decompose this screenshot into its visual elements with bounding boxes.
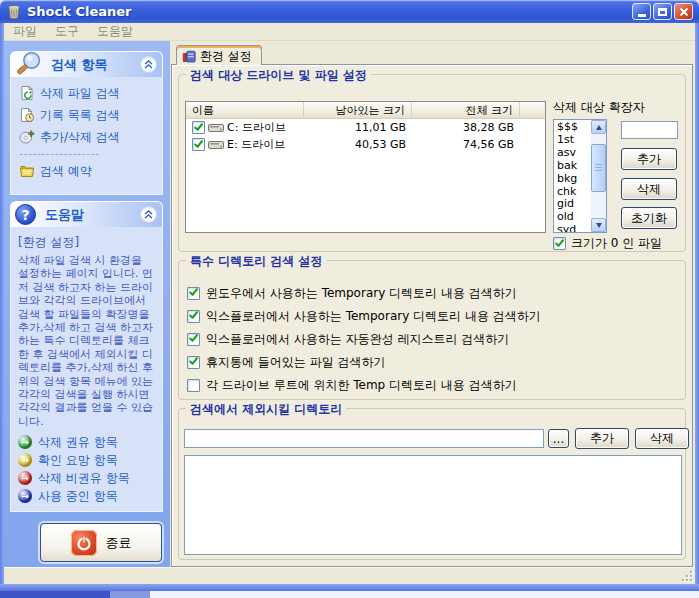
sidebar-item-history-list-search[interactable]: 기록 목록 검색 [13,104,160,126]
zero-size-checkbox-row[interactable]: 크기가 0 인 파일 [553,235,662,252]
maximize-button[interactable] [653,3,672,20]
scrollbar-thumb[interactable] [591,144,606,192]
exclude-group-title: 검색에서 제외시킬 디렉토리 [186,401,346,418]
scroll-up-button[interactable] [591,120,606,134]
sidebar-item-label: 추가/삭제 검색 [40,129,120,146]
legend-arrow-icon: → [18,453,32,467]
legend-arrow-icon: → [18,471,32,485]
legend-label: 삭제 권유 항목 [38,434,118,451]
sidebar-item-add-remove-search[interactable]: 추가/삭제 검색 [13,126,160,148]
help-panel-header[interactable]: ? 도움말 [10,201,163,227]
legend-arrow-icon: → [18,435,32,449]
menu-file[interactable]: 파일 [4,23,46,40]
settings-tab-icon [182,49,196,63]
drive-free-size: 11,01 GB [304,121,412,134]
sidebar-item-label: 검색 예약 [40,163,92,180]
extension-item[interactable]: bak [557,160,591,173]
collapse-chevron-icon[interactable] [140,206,157,223]
sidebar-item-delete-file-search[interactable]: 삭제 파일 검색 [13,82,160,104]
legend-list: →삭제 권유 항목→확인 요망 항목→삭제 비권유 항목→사용 중인 항목 [11,433,162,505]
checkbox[interactable] [187,287,200,300]
special-dir-checkbox-row[interactable]: 익스플로러에서 사용하는 자동완성 레지스트리 검색하기 [187,331,509,347]
extension-add-button[interactable]: 추가 [621,148,677,170]
checkbox-label: 익스플로러에서 사용하는 Temporary 디렉토리 내용 검색하기 [206,308,541,325]
exclude-directory-input[interactable] [184,429,544,448]
drive-group-title: 검색 대상 드라이브 및 파일 설정 [186,67,371,84]
checkbox[interactable] [187,333,200,346]
search-panel-body: 삭제 파일 검색 기록 목록 검색 [10,77,163,195]
drive-free-size: 40,53 GB [304,138,412,151]
legend-item: →삭제 권유 항목 [11,433,162,451]
column-header-total-size[interactable]: 전체 크기 [412,102,520,118]
extension-reset-button[interactable]: 초기화 [621,207,677,229]
legend-item: →사용 중인 항목 [11,487,162,505]
legend-label: 사용 중인 항목 [38,488,118,505]
legend-arrow-icon: → [18,489,32,503]
checkbox-label: 휴지통에 들어있는 파일 검색하기 [206,354,385,371]
drive-row[interactable]: C: 드라이브11,01 GB38,28 GB [186,119,545,136]
minimize-button[interactable] [632,3,651,20]
search-panel-header[interactable]: 검색 항목 [10,51,163,77]
exclude-directory-list[interactable] [184,455,682,555]
status-bar [4,567,695,584]
extension-item[interactable]: asv [557,147,591,160]
menu-bar: 파일도구도움말 [4,23,695,41]
special-dir-checkbox-row[interactable]: 각 드라이브 루트에 위치한 Temp 디렉토리 내용 검색하기 [187,377,517,393]
checkbox-label: 각 드라이브 루트에 위치한 Temp 디렉토리 내용 검색하기 [206,377,517,394]
maximize-icon [658,8,667,16]
menu-tools[interactable]: 도구 [46,23,88,40]
help-heading: [환경 설정] [18,234,155,251]
checkbox[interactable] [187,310,200,323]
exit-button-label: 종료 [106,534,132,552]
title-bar: Shock Cleaner [0,0,699,23]
extension-item[interactable]: syd [557,224,591,232]
column-header-free-size[interactable]: 남아있는 크기 [304,102,412,118]
special-directory-group: 특수 디렉토리 검색 설정 윈도우에서 사용하는 Temporary 디렉토리 … [178,260,686,400]
extension-item[interactable]: 1st [557,134,591,147]
drive-total-size: 74,56 GB [412,138,520,151]
checkbox[interactable] [187,379,200,392]
exclude-add-button[interactable]: 추가 [575,428,629,449]
column-header-name[interactable]: 이름 [186,102,304,118]
exclude-delete-button[interactable]: 삭제 [635,428,689,449]
taskbar-sliver [0,591,699,598]
extension-item[interactable]: bkg [557,173,591,186]
drive-name: C: 드라이브 [227,120,286,135]
magnifier-icon [13,49,44,80]
special-dir-checkbox-row[interactable]: 윈도우에서 사용하는 Temporary 디렉토리 내용 검색하기 [187,285,517,301]
sidebar-item-search-schedule[interactable]: 검색 예약 [13,160,160,182]
legend-label: 확인 요망 항목 [38,452,118,469]
drive-checkbox[interactable] [192,121,205,134]
drive-name: E: 드라이브 [227,137,285,152]
window-title: Shock Cleaner [27,4,630,19]
special-dir-checkbox-row[interactable]: 익스플로러에서 사용하는 Temporary 디렉토리 내용 검색하기 [187,308,541,324]
tab-settings[interactable]: 환경 설정 [176,45,262,65]
column-header-filler [520,102,545,118]
zero-size-checkbox[interactable] [553,237,566,250]
arrow-down-icon [596,223,602,228]
scrollbar-track[interactable] [591,134,606,218]
drive-checkbox[interactable] [192,138,205,151]
menu-help[interactable]: 도움말 [88,23,142,40]
checkbox-label: 윈도우에서 사용하는 Temporary 디렉토리 내용 검색하기 [206,285,517,302]
collapse-chevron-icon[interactable] [140,56,157,73]
scroll-down-button[interactable] [591,218,606,232]
window-border-right [695,23,699,584]
special-group-title: 특수 디렉토리 검색 설정 [186,253,327,270]
drive-row[interactable]: E: 드라이브40,53 GB74,56 GB [186,136,545,153]
close-button[interactable] [674,3,693,20]
exit-button[interactable]: 종료 [40,523,162,562]
checkbox[interactable] [187,356,200,369]
extension-item[interactable]: $$$ [557,121,591,134]
extension-delete-button[interactable]: 삭제 [621,178,677,200]
extension-input[interactable] [621,121,678,139]
extension-list: $$$1stasvbakbkgchkgidoldsyd [554,120,591,232]
trash-app-icon [6,4,22,20]
special-dir-checkbox-row[interactable]: 휴지통에 들어있는 파일 검색하기 [187,354,385,370]
drive-list-body: C: 드라이브11,01 GB38,28 GBE: 드라이브40,53 GB74… [186,119,545,153]
zero-size-checkbox-label: 크기가 0 인 파일 [571,235,662,252]
power-icon [71,530,97,556]
browse-button[interactable]: ... [548,429,569,448]
resize-grip[interactable] [682,571,692,581]
legend-label: 삭제 비권유 항목 [38,470,130,487]
